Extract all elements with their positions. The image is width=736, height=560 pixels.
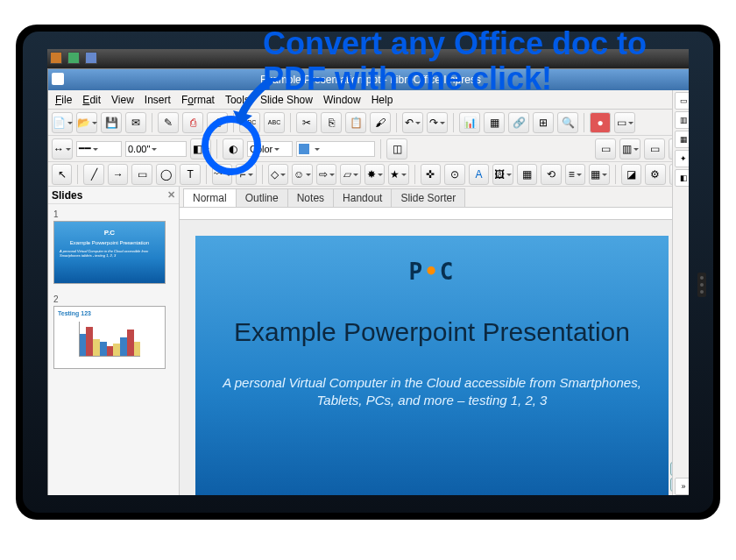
tablet-side-button[interactable]	[697, 273, 706, 297]
thumb-chart	[79, 322, 141, 357]
slide-logo: P•C	[195, 259, 669, 285]
thumb-title: Testing 123	[58, 310, 91, 316]
arrange-icon[interactable]: ▦	[589, 164, 609, 185]
zoom-icon[interactable]: 🔍	[557, 112, 578, 133]
task-trans-icon[interactable]: ◧	[675, 169, 689, 187]
open-icon[interactable]: 📂	[76, 112, 97, 133]
app-window: Example Presentation.ppt - LibreOffice I…	[47, 68, 689, 495]
export-pdf-icon[interactable]: ⎙	[182, 112, 203, 133]
undo-icon[interactable]: ↶	[402, 112, 423, 133]
copy-icon[interactable]: ⎘	[321, 112, 342, 133]
ellipse-icon[interactable]: ◯	[156, 164, 176, 185]
task-table-icon[interactable]: ▦	[675, 131, 689, 148]
align-icon[interactable]: ≡	[565, 164, 585, 185]
slide-design-icon[interactable]: ▭	[595, 138, 616, 159]
slide-title-text: Example Powerpoint Presentation	[195, 316, 669, 348]
menu-view[interactable]: View	[106, 92, 139, 108]
menu-file[interactable]: FiFilele	[50, 92, 77, 108]
slide-number: 2	[53, 294, 173, 304]
thumb-title: Example Powerpoint Presentation	[70, 240, 149, 245]
slide-canvas-wrap: P•C Example Powerpoint Presentation A pe…	[180, 220, 689, 495]
slides-panel-header: Slides ✕	[48, 187, 179, 204]
horizontal-ruler	[180, 208, 689, 220]
stars-icon[interactable]: ★	[388, 164, 408, 185]
thumb-sub: A personal Virtual Computer in the Cloud…	[54, 249, 165, 258]
extrusion-icon[interactable]: ◪	[621, 164, 641, 185]
hyperlink-icon[interactable]: 🔗	[508, 112, 529, 133]
toolbar-line-fill: ↔ ━━ 0.00" ◧ ◐ Color ◫ ▭ ▥ ▭ ▶	[48, 136, 689, 162]
slide-canvas[interactable]: P•C Example Powerpoint Presentation A pe…	[195, 236, 669, 495]
editor-area: Normal Outline Notes Handout Slide Sorte…	[180, 187, 689, 495]
workspace: Slides ✕ 1 P.C Example Powerpoint Presen…	[48, 187, 689, 495]
line-icon[interactable]: ╱	[83, 164, 103, 185]
save-icon[interactable]: 💾	[101, 112, 122, 133]
text-icon[interactable]: T	[180, 164, 200, 185]
paste-icon[interactable]: 📋	[345, 112, 366, 133]
callout-icon[interactable]: ✸	[364, 164, 385, 185]
fill-color-select[interactable]	[296, 141, 375, 157]
cut-icon[interactable]: ✂	[296, 112, 317, 133]
from-file-icon[interactable]: 🖼	[492, 164, 513, 185]
gallery-icon[interactable]: ▭	[614, 112, 635, 133]
select-arrow-icon[interactable]: ↖	[52, 164, 72, 185]
task-pane-strip: ▭ ▥ ▦ ✦ ◧ »	[672, 90, 689, 495]
annotation-callout: Convert any Office doc to PDF with one c…	[263, 26, 718, 96]
slide-layout-icon[interactable]: ▥	[619, 138, 640, 159]
tab-slide-sorter[interactable]: Slide Sorter	[391, 188, 465, 207]
menu-format[interactable]: FormatFormat	[176, 92, 220, 108]
block-arrows-icon[interactable]: ⇨	[316, 164, 336, 185]
tab-handout[interactable]: Handout	[333, 188, 392, 207]
basic-shapes-icon[interactable]: ◇	[268, 164, 288, 185]
insert-slide-icon[interactable]: ▭	[644, 138, 665, 159]
chart-icon[interactable]: 📊	[459, 112, 480, 133]
launcher-icon[interactable]	[85, 52, 97, 64]
slides-panel: Slides ✕ 1 P.C Example Powerpoint Presen…	[48, 187, 180, 495]
fontwork-icon[interactable]: A	[469, 164, 489, 185]
tablet-screen: Example Presentation.ppt - LibreOffice I…	[47, 49, 689, 495]
task-anim-icon[interactable]: ✦	[675, 150, 689, 167]
tablet-frame: Example Presentation.ppt - LibreOffice I…	[16, 25, 720, 520]
format-paintbrush-icon[interactable]: 🖌	[370, 112, 391, 133]
arrow-end-icon[interactable]: →	[108, 164, 128, 185]
slide-thumb[interactable]: 2 Testing 123	[53, 294, 173, 369]
menu-insert[interactable]: Insert	[139, 92, 176, 108]
navigator-icon[interactable]: ⊞	[533, 112, 554, 133]
symbol-shapes-icon[interactable]: ☺	[292, 164, 312, 185]
redo-icon[interactable]: ↷	[427, 112, 448, 133]
slide-thumb[interactable]: 1 P.C Example Powerpoint Presentation A …	[53, 209, 173, 284]
help-icon[interactable]: ●	[590, 112, 611, 133]
rotate-icon[interactable]: ⟲	[541, 164, 561, 185]
tab-notes[interactable]: Notes	[287, 188, 334, 207]
tab-normal[interactable]: Normal	[183, 188, 237, 207]
line-style-select[interactable]: ━━	[76, 141, 122, 157]
slides-panel-title: Slides	[52, 189, 82, 202]
view-tabs: Normal Outline Notes Handout Slide Sorte…	[180, 187, 689, 208]
interaction-icon[interactable]: ⚙	[645, 164, 665, 185]
task-expand-icon[interactable]: »	[675, 478, 689, 495]
launcher-icon[interactable]	[67, 52, 80, 64]
glue-icon[interactable]: ⊙	[444, 164, 464, 185]
shadow-icon[interactable]: ◫	[386, 138, 407, 159]
toolbar-drawing: ↖ ╱ → ▭ ◯ T 〰 ⌐ ◇ ☺ ⇨ ▱ ✸ ★	[48, 162, 689, 187]
close-panel-icon[interactable]: ✕	[167, 189, 175, 201]
tab-outline[interactable]: Outline	[236, 188, 288, 207]
thumb-brand: P.C	[104, 229, 115, 237]
gallery2-icon[interactable]: ▦	[517, 164, 537, 185]
slide-thumb-preview: P.C Example Powerpoint Presentation A pe…	[53, 221, 166, 284]
line-width-select[interactable]: 0.00"	[125, 141, 187, 157]
rectangle-icon[interactable]: ▭	[131, 164, 152, 185]
tablet-bezel: Example Presentation.ppt - LibreOffice I…	[23, 32, 713, 513]
new-doc-icon[interactable]: 📄	[52, 112, 73, 133]
slide-thumb-preview: Testing 123	[53, 306, 166, 369]
email-icon[interactable]: ✉	[125, 112, 146, 133]
arrow-style-icon[interactable]: ↔	[52, 138, 73, 159]
table-icon[interactable]: ▦	[484, 112, 505, 133]
slide-number: 1	[53, 209, 173, 219]
task-layout-icon[interactable]: ▥	[675, 111, 689, 129]
points-icon[interactable]: ✜	[421, 164, 441, 185]
edit-doc-icon[interactable]: ✎	[158, 112, 179, 133]
launcher-icon[interactable]	[50, 52, 62, 64]
flowchart-icon[interactable]: ▱	[340, 164, 360, 185]
app-icon	[52, 73, 64, 85]
menu-edit[interactable]: EEditdit	[77, 92, 106, 108]
